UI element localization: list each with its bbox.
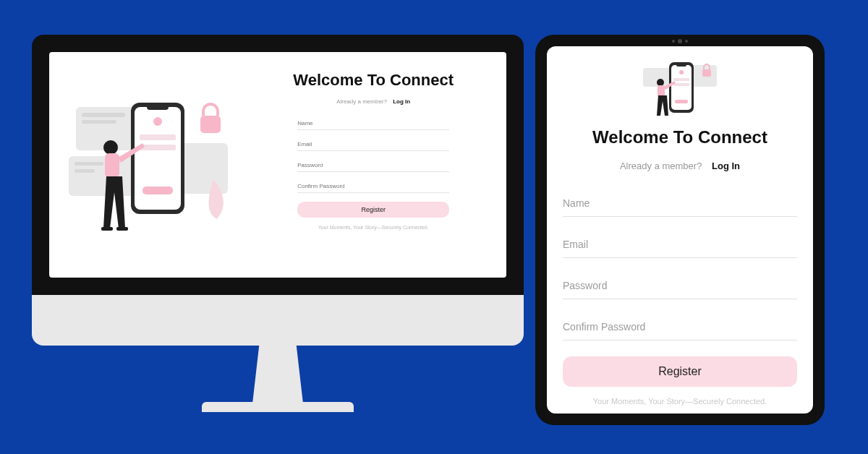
desktop-screen: Welcome To Connect Already a member? Log… (49, 52, 506, 278)
desktop-foot (202, 402, 354, 412)
member-prompt-text: Already a member? (336, 98, 387, 105)
svg-rect-18 (116, 227, 128, 231)
tagline: Your Moments, Your Story—Securely Connec… (318, 225, 429, 230)
name-field[interactable] (563, 190, 797, 217)
login-link[interactable]: Log In (393, 98, 410, 105)
svg-rect-13 (140, 145, 176, 150)
svg-rect-7 (200, 116, 221, 133)
member-prompt-text: Already a member? (620, 160, 702, 171)
svg-rect-14 (142, 187, 173, 194)
tablet-screen: Welcome To Connect Already a member? Log… (547, 46, 813, 414)
email-field[interactable] (563, 231, 797, 258)
desktop-mockup: Welcome To Connect Already a member? Log… (32, 35, 524, 412)
svg-point-24 (679, 70, 684, 74)
confirm-password-field[interactable] (563, 314, 797, 340)
svg-rect-25 (673, 78, 689, 81)
desktop-chin (32, 295, 524, 346)
svg-rect-29 (658, 85, 665, 97)
svg-point-11 (153, 117, 162, 126)
register-button[interactable]: Register (563, 356, 797, 387)
signup-form (297, 115, 449, 199)
svg-rect-23 (676, 63, 686, 67)
svg-rect-5 (75, 169, 95, 173)
svg-point-28 (657, 79, 664, 86)
tagline: Your Moments, Your Story—Securely Connec… (593, 397, 767, 406)
svg-rect-26 (673, 83, 689, 86)
tablet-content: Welcome To Connect Already a member? Log… (547, 46, 813, 414)
signup-illustration (69, 78, 235, 252)
svg-rect-1 (82, 113, 125, 117)
desktop-illustration-panel (49, 52, 255, 278)
svg-rect-10 (147, 104, 169, 110)
tablet-camera-icon (672, 39, 688, 43)
signup-form (563, 190, 797, 355)
desktop-form-panel: Welcome To Connect Already a member? Log… (255, 52, 506, 278)
member-prompt-row: Already a member? Log In (336, 98, 410, 105)
member-prompt-row: Already a member? Log In (620, 160, 740, 171)
login-link[interactable]: Log In (712, 160, 740, 171)
svg-rect-30 (702, 69, 711, 77)
email-field[interactable] (297, 137, 449, 151)
svg-rect-12 (140, 134, 176, 140)
svg-rect-27 (675, 100, 688, 103)
svg-rect-4 (75, 162, 103, 166)
password-field[interactable] (297, 158, 449, 172)
signup-illustration (640, 59, 720, 121)
svg-rect-16 (105, 153, 119, 178)
page-title: Welcome To Connect (592, 127, 767, 147)
desktop-stand (244, 346, 311, 403)
svg-rect-2 (82, 120, 116, 124)
confirm-password-field[interactable] (297, 179, 449, 193)
desktop-bezel: Welcome To Connect Already a member? Log… (32, 35, 524, 295)
page-title: Welcome To Connect (293, 71, 454, 90)
tablet-mockup: Welcome To Connect Already a member? Log… (535, 35, 825, 425)
password-field[interactable] (563, 273, 797, 299)
register-button[interactable]: Register (297, 202, 449, 218)
svg-rect-17 (101, 227, 113, 231)
name-field[interactable] (297, 116, 449, 130)
